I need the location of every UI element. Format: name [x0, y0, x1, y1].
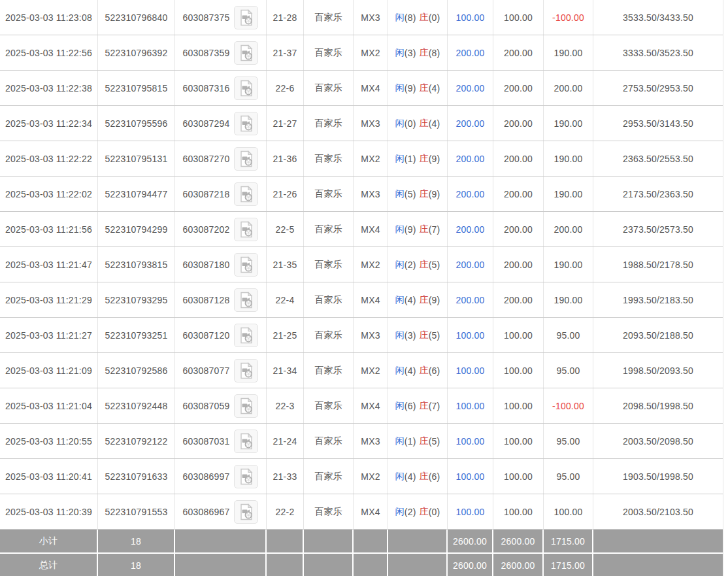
- banker-label: 庄: [420, 330, 429, 341]
- cell-game-id: 603087359: [175, 35, 267, 70]
- table-row: 2025-03-03 11:21:09 522310792586 6030870…: [0, 353, 723, 388]
- player-score: (2): [405, 260, 416, 270]
- cell-table-code: MX2: [354, 247, 388, 282]
- cell-game-id: 603087059: [175, 388, 267, 423]
- cell-bet-time: 2025-03-03 11:21:27: [0, 318, 98, 352]
- player-label: 闲: [395, 224, 405, 235]
- table-row: 2025-03-03 11:20:55 522310792122 6030870…: [0, 424, 723, 459]
- video-replay-button[interactable]: [234, 253, 258, 277]
- cell-game-type: 百家乐: [304, 141, 354, 176]
- video-replay-button[interactable]: [234, 112, 258, 135]
- cell-bet-id: 522310792448: [98, 388, 175, 423]
- game-id-text: 603087180: [183, 260, 230, 270]
- cell-balance: 1998.50/2093.50: [593, 353, 723, 388]
- cell-game-type: 百家乐: [304, 388, 354, 423]
- video-replay-button[interactable]: [234, 218, 258, 241]
- video-replay-button[interactable]: [234, 359, 258, 382]
- cell-game-type: 百家乐: [304, 71, 354, 105]
- video-file-icon: [239, 221, 254, 238]
- banker-label: 庄: [420, 259, 429, 271]
- game-id-text: 603087128: [183, 295, 230, 305]
- banker-label: 庄: [420, 153, 429, 165]
- cell-table-code: MX4: [354, 282, 388, 317]
- summary-bet-total: 2600.00: [448, 530, 493, 552]
- cell-table-code: MX2: [354, 459, 388, 494]
- cell-bet-time: 2025-03-03 11:21:47: [0, 247, 98, 282]
- banker-label: 庄: [420, 82, 429, 94]
- cell-game-id: 603087218: [175, 177, 267, 211]
- game-id-text: 603087375: [183, 12, 230, 23]
- video-replay-button[interactable]: [234, 182, 258, 206]
- video-replay-button[interactable]: [234, 465, 258, 488]
- cell-table-code: MX4: [354, 71, 388, 105]
- cell-game-type: 百家乐: [304, 35, 354, 70]
- banker-score: (9): [429, 295, 440, 305]
- player-label: 闲: [395, 47, 405, 59]
- summary-valid-total: 2600.00: [493, 530, 544, 552]
- banker-score: (6): [429, 365, 440, 376]
- video-replay-button[interactable]: [234, 6, 258, 29]
- cell-balance: 2753.50/2953.50: [593, 71, 723, 105]
- cell-game-id: 603087375: [175, 0, 267, 35]
- cell-bet-amount: 200.00: [448, 35, 493, 70]
- summary-empty: [388, 530, 448, 552]
- game-id-text: 603087120: [183, 330, 230, 341]
- player-score: (9): [405, 83, 416, 93]
- cell-bet-time: 2025-03-03 11:20:41: [0, 459, 98, 494]
- cell-bet-amount: 100.00: [448, 388, 493, 423]
- player-score: (2): [405, 507, 416, 517]
- cell-bet-id: 522310793295: [98, 282, 175, 317]
- cell-table-code: MX2: [354, 353, 388, 388]
- cell-win-loss: 95.00: [544, 318, 593, 352]
- cell-valid-amount: 100.00: [493, 459, 544, 494]
- player-label: 闲: [395, 435, 405, 447]
- cell-bet-amount: 200.00: [448, 177, 493, 211]
- video-replay-button[interactable]: [234, 394, 258, 418]
- cell-balance: 2953.50/3143.50: [593, 106, 723, 141]
- banker-score: (0): [429, 12, 440, 23]
- player-label: 闲: [395, 471, 405, 483]
- video-replay-button[interactable]: [234, 288, 258, 312]
- banker-label: 庄: [420, 224, 429, 235]
- cell-game-result: 闲(9)庄(7): [388, 212, 448, 246]
- table-row: 2025-03-03 11:22:22 522310795131 6030872…: [0, 141, 723, 177]
- cell-balance: 3333.50/3523.50: [593, 35, 723, 70]
- cell-round-number: 21-37: [267, 35, 304, 70]
- cell-round-number: 21-26: [267, 177, 304, 211]
- scrollbar-track[interactable]: [723, 0, 728, 576]
- banker-label: 庄: [420, 365, 429, 377]
- cell-balance: 1988.50/2178.50: [593, 247, 723, 282]
- video-replay-button[interactable]: [234, 76, 258, 100]
- cell-game-result: 闲(6)庄(7): [388, 388, 448, 423]
- video-replay-button[interactable]: [234, 324, 258, 347]
- table-row: 2025-03-03 11:22:38 522310795815 6030873…: [0, 71, 723, 106]
- player-label: 闲: [395, 12, 405, 24]
- cell-bet-id: 522310795815: [98, 71, 175, 105]
- cell-game-result: 闲(5)庄(9): [388, 177, 448, 211]
- video-replay-button[interactable]: [234, 430, 258, 453]
- video-replay-button[interactable]: [234, 500, 258, 524]
- game-id-text: 603087270: [183, 154, 230, 164]
- cell-win-loss: 190.00: [544, 35, 593, 70]
- banker-score: (9): [429, 154, 440, 164]
- game-id-text: 603087316: [183, 83, 230, 93]
- cell-balance: 1993.50/2183.50: [593, 282, 723, 317]
- game-id-text: 603087294: [183, 118, 230, 129]
- cell-table-code: MX4: [354, 212, 388, 246]
- cell-game-id: 603086997: [175, 459, 267, 494]
- table-row: 2025-03-03 11:22:34 522310795596 6030872…: [0, 106, 723, 141]
- video-replay-button[interactable]: [234, 147, 258, 171]
- cell-bet-time: 2025-03-03 11:21:04: [0, 388, 98, 423]
- video-replay-button[interactable]: [234, 41, 258, 65]
- summary-bet-total: 2600.00: [448, 554, 493, 576]
- cell-table-code: MX3: [354, 424, 388, 458]
- summary-empty: [388, 554, 448, 576]
- cell-win-loss: 190.00: [544, 247, 593, 282]
- cell-game-result: 闲(1)庄(5): [388, 424, 448, 458]
- cell-game-id: 603087202: [175, 212, 267, 246]
- banker-label: 庄: [420, 12, 429, 24]
- cell-table-code: MX2: [354, 35, 388, 70]
- player-score: (4): [405, 295, 416, 305]
- summary-count: 18: [98, 530, 175, 552]
- cell-win-loss: -100.00: [544, 388, 593, 423]
